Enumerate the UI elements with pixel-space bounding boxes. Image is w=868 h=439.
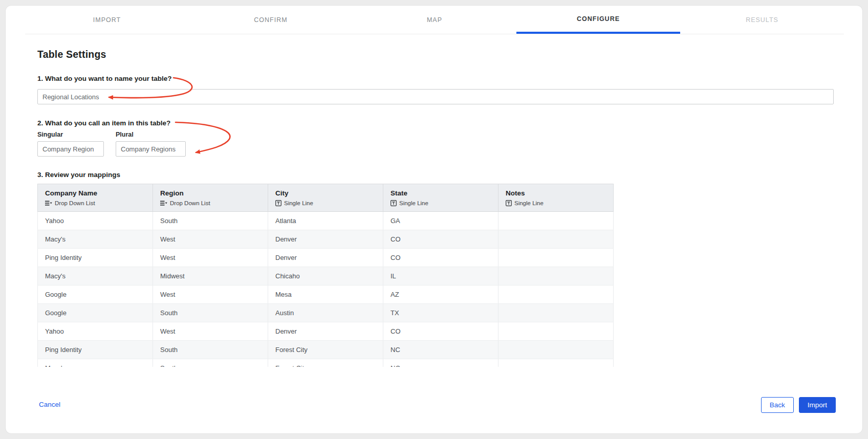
back-button[interactable]: Back: [761, 397, 794, 413]
page-title: Table Settings: [37, 49, 106, 60]
table-cell: [498, 341, 614, 359]
wizard-step-tabs: IMPORT CONFIRM MAP CONFIGURE RESULTS: [25, 6, 844, 34]
table-cell: Midwest: [153, 267, 268, 286]
table-cell: Ping Identity: [38, 341, 153, 359]
table-row: Macy'sMidwestChicahoIL: [38, 267, 614, 286]
tab-import[interactable]: IMPORT: [25, 6, 189, 34]
column-header: RegionDrop Down List: [153, 184, 268, 212]
column-field-type: Drop Down List: [160, 200, 264, 206]
table-cell: West: [153, 286, 268, 304]
table-row: YahooWestDenverCO: [38, 322, 614, 341]
field-type-label: Drop Down List: [55, 200, 95, 206]
table-cell: South: [153, 212, 268, 230]
column-name: Region: [160, 189, 264, 198]
mapping-table-container[interactable]: Company NameDrop Down ListRegionDrop Dow…: [37, 184, 614, 367]
table-cell: [498, 249, 614, 267]
single-line-icon: [390, 200, 397, 206]
table-cell: Macy's: [38, 359, 153, 367]
tab-results[interactable]: RESULTS: [680, 6, 844, 34]
table-cell: Mesa: [268, 286, 383, 304]
table-row: Ping IdentityWestDenverCO: [38, 249, 614, 267]
table-cell: Forest City: [268, 359, 383, 367]
mapping-table-body: YahooSouthAtlantaGAMacy'sWestDenverCOPin…: [38, 212, 614, 367]
table-cell: West: [153, 249, 268, 267]
column-name: Company Name: [45, 189, 148, 198]
table-cell: Denver: [268, 322, 383, 341]
table-cell: Atlanta: [268, 212, 383, 230]
table-name-input[interactable]: [37, 89, 834, 104]
tab-confirm[interactable]: CONFIRM: [189, 6, 353, 34]
footer-buttons: Back Import: [761, 397, 836, 413]
table-row: GoogleWestMesaAZ: [38, 286, 614, 304]
table-cell: CO: [383, 230, 498, 249]
table-cell: West: [153, 322, 268, 341]
table-row: Macy'sSouthForest CityNC: [38, 359, 614, 367]
plural-label: Plural: [116, 131, 134, 138]
tab-map[interactable]: MAP: [353, 6, 516, 34]
plural-input[interactable]: [116, 141, 186, 157]
mapping-table: Company NameDrop Down ListRegionDrop Dow…: [37, 184, 614, 367]
column-name: Notes: [506, 189, 609, 198]
table-cell: [498, 359, 614, 367]
column-field-type: Single Line: [390, 200, 494, 206]
column-header: StateSingle Line: [383, 184, 498, 212]
table-row: Macy'sWestDenverCO: [38, 230, 614, 249]
singular-input[interactable]: [37, 141, 104, 157]
table-row: YahooSouthAtlantaGA: [38, 212, 614, 230]
table-cell: CO: [383, 322, 498, 341]
table-cell: Forest City: [268, 341, 383, 359]
dropdown-list-icon: [45, 201, 52, 206]
table-row: GoogleSouthAustinTX: [38, 304, 614, 322]
table-cell: IL: [383, 267, 498, 286]
column-name: City: [275, 189, 379, 198]
table-cell: South: [153, 359, 268, 367]
table-cell: Yahoo: [38, 322, 153, 341]
column-field-type: Drop Down List: [45, 200, 148, 206]
column-header: CitySingle Line: [268, 184, 383, 212]
table-cell: NC: [383, 359, 498, 367]
table-cell: South: [153, 341, 268, 359]
table-cell: GA: [383, 212, 498, 230]
field-type-label: Single Line: [514, 200, 544, 206]
column-header: Company NameDrop Down List: [38, 184, 153, 212]
table-cell: [498, 322, 614, 341]
table-cell: NC: [383, 341, 498, 359]
table-cell: [498, 230, 614, 249]
column-field-type: Single Line: [275, 200, 379, 206]
table-cell: [498, 212, 614, 230]
table-cell: AZ: [383, 286, 498, 304]
column-name: State: [390, 189, 494, 198]
single-line-icon: [506, 200, 512, 206]
table-cell: Ping Identity: [38, 249, 153, 267]
table-cell: Macy's: [38, 267, 153, 286]
column-header: NotesSingle Line: [498, 184, 614, 212]
column-field-type: Single Line: [506, 200, 609, 206]
table-cell: CO: [383, 249, 498, 267]
table-cell: Denver: [268, 249, 383, 267]
import-button[interactable]: Import: [799, 397, 836, 413]
table-cell: [498, 267, 614, 286]
question-2-label: 2. What do you call an item in this tabl…: [37, 119, 170, 127]
table-cell: TX: [383, 304, 498, 322]
field-type-label: Single Line: [399, 200, 428, 206]
table-cell: West: [153, 230, 268, 249]
import-wizard-card: IMPORT CONFIRM MAP CONFIGURE RESULTS Tab…: [5, 5, 863, 434]
table-cell: [498, 304, 614, 322]
table-cell: South: [153, 304, 268, 322]
single-line-icon: [275, 200, 281, 206]
table-row: Ping IdentitySouthForest CityNC: [38, 341, 614, 359]
field-type-label: Drop Down List: [170, 200, 210, 206]
table-cell: Denver: [268, 230, 383, 249]
singular-label: Singular: [37, 131, 63, 138]
table-cell: Yahoo: [38, 212, 153, 230]
table-cell: Google: [38, 304, 153, 322]
table-cell: [498, 286, 614, 304]
tab-configure[interactable]: CONFIGURE: [516, 6, 680, 34]
table-cell: Chicaho: [268, 267, 383, 286]
field-type-label: Single Line: [284, 200, 313, 206]
mapping-header-row: Company NameDrop Down ListRegionDrop Dow…: [38, 184, 614, 212]
table-cell: Google: [38, 286, 153, 304]
question-1-label: 1. What do you want to name your table?: [37, 75, 172, 82]
cancel-link[interactable]: Cancel: [39, 401, 60, 408]
dropdown-list-icon: [160, 201, 167, 206]
